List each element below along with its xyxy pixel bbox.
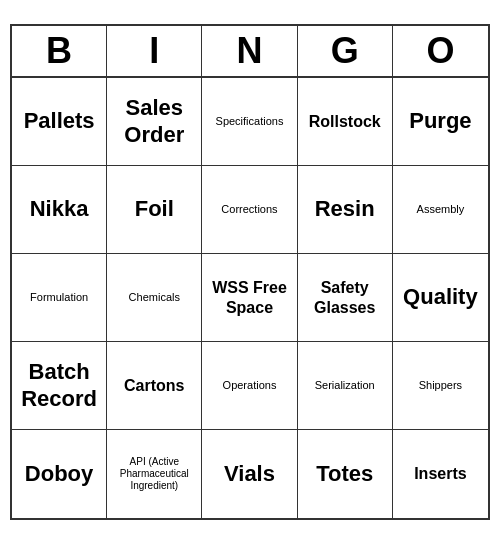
cell-label: Rollstock bbox=[309, 112, 381, 131]
bingo-cell[interactable]: Batch Record bbox=[12, 342, 107, 430]
cell-label: Serialization bbox=[315, 379, 375, 392]
cell-label: Specifications bbox=[216, 115, 284, 128]
bingo-grid: PalletsSales OrderSpecificationsRollstoc… bbox=[12, 78, 488, 518]
bingo-cell[interactable]: Safety Glasses bbox=[298, 254, 393, 342]
bingo-cell[interactable]: Quality bbox=[393, 254, 488, 342]
header-letter: G bbox=[298, 26, 393, 76]
cell-label: Vials bbox=[224, 461, 275, 487]
bingo-cell[interactable]: Totes bbox=[298, 430, 393, 518]
cell-label: Assembly bbox=[417, 203, 465, 216]
cell-label: Sales Order bbox=[111, 95, 197, 148]
bingo-cell[interactable]: Inserts bbox=[393, 430, 488, 518]
cell-label: Batch Record bbox=[16, 359, 102, 412]
bingo-cell[interactable]: Serialization bbox=[298, 342, 393, 430]
cell-label: Shippers bbox=[419, 379, 462, 392]
bingo-cell[interactable]: Purge bbox=[393, 78, 488, 166]
bingo-cell[interactable]: Corrections bbox=[202, 166, 297, 254]
bingo-cell[interactable]: Doboy bbox=[12, 430, 107, 518]
bingo-card: BINGO PalletsSales OrderSpecificationsRo… bbox=[10, 24, 490, 520]
cell-label: Nikka bbox=[30, 196, 89, 222]
cell-label: Totes bbox=[316, 461, 373, 487]
cell-label: Operations bbox=[223, 379, 277, 392]
bingo-cell[interactable]: Nikka bbox=[12, 166, 107, 254]
cell-label: Pallets bbox=[24, 108, 95, 134]
cell-label: Formulation bbox=[30, 291, 88, 304]
cell-label: Doboy bbox=[25, 461, 93, 487]
bingo-cell[interactable]: Chemicals bbox=[107, 254, 202, 342]
header-letter: O bbox=[393, 26, 488, 76]
cell-label: Corrections bbox=[221, 203, 277, 216]
bingo-cell[interactable]: Foil bbox=[107, 166, 202, 254]
bingo-cell[interactable]: API (Active Pharmaceutical Ingredient) bbox=[107, 430, 202, 518]
bingo-cell[interactable]: Formulation bbox=[12, 254, 107, 342]
bingo-cell[interactable]: Cartons bbox=[107, 342, 202, 430]
bingo-cell[interactable]: Sales Order bbox=[107, 78, 202, 166]
cell-label: Chemicals bbox=[129, 291, 180, 304]
bingo-cell[interactable]: Operations bbox=[202, 342, 297, 430]
bingo-cell[interactable]: WSS Free Space bbox=[202, 254, 297, 342]
header-letter: N bbox=[202, 26, 297, 76]
cell-label: WSS Free Space bbox=[206, 278, 292, 316]
header-letter: B bbox=[12, 26, 107, 76]
cell-label: Resin bbox=[315, 196, 375, 222]
cell-label: Cartons bbox=[124, 376, 184, 395]
cell-label: Safety Glasses bbox=[302, 278, 388, 316]
cell-label: Purge bbox=[409, 108, 471, 134]
cell-label: Quality bbox=[403, 284, 478, 310]
bingo-cell[interactable]: Vials bbox=[202, 430, 297, 518]
header-letter: I bbox=[107, 26, 202, 76]
bingo-cell[interactable]: Assembly bbox=[393, 166, 488, 254]
bingo-header: BINGO bbox=[12, 26, 488, 78]
bingo-cell[interactable]: Rollstock bbox=[298, 78, 393, 166]
bingo-cell[interactable]: Pallets bbox=[12, 78, 107, 166]
bingo-cell[interactable]: Specifications bbox=[202, 78, 297, 166]
cell-label: Inserts bbox=[414, 464, 466, 483]
cell-label: API (Active Pharmaceutical Ingredient) bbox=[111, 456, 197, 492]
cell-label: Foil bbox=[135, 196, 174, 222]
bingo-cell[interactable]: Resin bbox=[298, 166, 393, 254]
bingo-cell[interactable]: Shippers bbox=[393, 342, 488, 430]
